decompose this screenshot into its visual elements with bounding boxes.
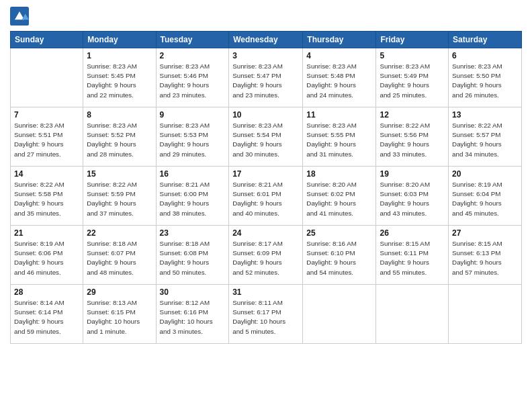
day-number: 21: [14, 228, 79, 238]
calendar-cell: 25Sunrise: 8:16 AM Sunset: 6:10 PM Dayli…: [303, 226, 376, 285]
calendar-cell: 11Sunrise: 8:23 AM Sunset: 5:55 PM Dayli…: [303, 107, 376, 167]
day-info: Sunrise: 8:23 AM Sunset: 5:46 PM Dayligh…: [160, 62, 226, 100]
day-info: Sunrise: 8:18 AM Sunset: 6:07 PM Dayligh…: [87, 239, 152, 277]
day-number: 20: [452, 169, 518, 179]
day-number: 2: [160, 51, 226, 60]
day-header-tuesday: Tuesday: [156, 32, 229, 48]
calendar-cell: 15Sunrise: 8:22 AM Sunset: 5:59 PM Dayli…: [83, 167, 156, 226]
day-number: 5: [380, 51, 445, 60]
day-info: Sunrise: 8:22 AM Sunset: 5:59 PM Dayligh…: [87, 180, 152, 218]
day-info: Sunrise: 8:23 AM Sunset: 5:52 PM Dayligh…: [87, 121, 152, 159]
logo: [10, 7, 32, 26]
day-number: 4: [306, 51, 372, 60]
calendar-cell: 31Sunrise: 8:11 AM Sunset: 6:17 PM Dayli…: [229, 285, 303, 344]
day-info: Sunrise: 8:23 AM Sunset: 5:55 PM Dayligh…: [306, 121, 372, 159]
day-number: 22: [87, 228, 152, 238]
calendar-week-4: 21Sunrise: 8:19 AM Sunset: 6:06 PM Dayli…: [11, 226, 522, 285]
day-number: 6: [452, 51, 518, 60]
day-info: Sunrise: 8:23 AM Sunset: 5:47 PM Dayligh…: [232, 62, 299, 100]
logo-icon: [10, 7, 29, 26]
day-number: 25: [306, 228, 372, 238]
day-header-saturday: Saturday: [449, 32, 522, 48]
day-info: Sunrise: 8:12 AM Sunset: 6:16 PM Dayligh…: [160, 298, 226, 336]
calendar-cell: 16Sunrise: 8:21 AM Sunset: 6:00 PM Dayli…: [156, 167, 229, 226]
page-header: [10, 7, 522, 26]
day-number: 14: [14, 169, 79, 179]
day-info: Sunrise: 8:20 AM Sunset: 6:02 PM Dayligh…: [306, 180, 372, 218]
calendar-cell: 12Sunrise: 8:22 AM Sunset: 5:56 PM Dayli…: [376, 107, 449, 167]
calendar-table: SundayMondayTuesdayWednesdayThursdayFrid…: [10, 31, 522, 344]
calendar-week-2: 7Sunrise: 8:23 AM Sunset: 5:51 PM Daylig…: [11, 107, 522, 167]
day-info: Sunrise: 8:22 AM Sunset: 5:56 PM Dayligh…: [380, 121, 445, 159]
calendar-week-5: 28Sunrise: 8:14 AM Sunset: 6:14 PM Dayli…: [11, 285, 522, 344]
day-number: 13: [452, 110, 518, 120]
calendar-cell: 17Sunrise: 8:21 AM Sunset: 6:01 PM Dayli…: [229, 167, 303, 226]
day-info: Sunrise: 8:19 AM Sunset: 6:06 PM Dayligh…: [14, 239, 79, 277]
day-number: 9: [160, 110, 226, 120]
calendar-cell: 4Sunrise: 8:23 AM Sunset: 5:48 PM Daylig…: [303, 48, 376, 107]
day-header-thursday: Thursday: [303, 32, 376, 48]
calendar-cell: 5Sunrise: 8:23 AM Sunset: 5:49 PM Daylig…: [376, 48, 449, 107]
calendar-cell: 20Sunrise: 8:19 AM Sunset: 6:04 PM Dayli…: [449, 167, 522, 226]
day-info: Sunrise: 8:15 AM Sunset: 6:11 PM Dayligh…: [380, 239, 445, 277]
calendar-cell: 29Sunrise: 8:13 AM Sunset: 6:15 PM Dayli…: [83, 285, 156, 344]
day-number: 10: [232, 110, 299, 120]
day-number: 7: [14, 110, 79, 120]
calendar-cell: 19Sunrise: 8:20 AM Sunset: 6:03 PM Dayli…: [376, 167, 449, 226]
calendar-cell: 13Sunrise: 8:22 AM Sunset: 5:57 PM Dayli…: [449, 107, 522, 167]
day-number: 30: [160, 287, 226, 297]
day-info: Sunrise: 8:23 AM Sunset: 5:54 PM Dayligh…: [232, 121, 299, 159]
day-info: Sunrise: 8:18 AM Sunset: 6:08 PM Dayligh…: [160, 239, 226, 277]
day-info: Sunrise: 8:14 AM Sunset: 6:14 PM Dayligh…: [14, 298, 79, 336]
calendar-cell: 18Sunrise: 8:20 AM Sunset: 6:02 PM Dayli…: [303, 167, 376, 226]
calendar-cell: 3Sunrise: 8:23 AM Sunset: 5:47 PM Daylig…: [229, 48, 303, 107]
calendar-header-row: SundayMondayTuesdayWednesdayThursdayFrid…: [11, 32, 522, 48]
day-info: Sunrise: 8:13 AM Sunset: 6:15 PM Dayligh…: [87, 298, 152, 336]
day-info: Sunrise: 8:23 AM Sunset: 5:48 PM Dayligh…: [306, 62, 372, 100]
day-number: 15: [87, 169, 152, 179]
day-header-monday: Monday: [83, 32, 156, 48]
day-number: 26: [380, 228, 445, 238]
calendar-cell: 2Sunrise: 8:23 AM Sunset: 5:46 PM Daylig…: [156, 48, 229, 107]
calendar-cell: 26Sunrise: 8:15 AM Sunset: 6:11 PM Dayli…: [376, 226, 449, 285]
calendar-cell: 7Sunrise: 8:23 AM Sunset: 5:51 PM Daylig…: [11, 107, 83, 167]
calendar-cell: [303, 285, 376, 344]
day-info: Sunrise: 8:16 AM Sunset: 6:10 PM Dayligh…: [306, 239, 372, 277]
day-info: Sunrise: 8:22 AM Sunset: 5:57 PM Dayligh…: [452, 121, 518, 159]
day-info: Sunrise: 8:11 AM Sunset: 6:17 PM Dayligh…: [232, 298, 299, 336]
calendar-cell: 1Sunrise: 8:23 AM Sunset: 5:45 PM Daylig…: [83, 48, 156, 107]
day-number: 31: [232, 287, 299, 297]
calendar-cell: [376, 285, 449, 344]
day-header-sunday: Sunday: [11, 32, 83, 48]
day-info: Sunrise: 8:23 AM Sunset: 5:50 PM Dayligh…: [452, 62, 518, 100]
day-number: 27: [452, 228, 518, 238]
day-info: Sunrise: 8:23 AM Sunset: 5:49 PM Dayligh…: [380, 62, 445, 100]
day-info: Sunrise: 8:21 AM Sunset: 6:00 PM Dayligh…: [160, 180, 226, 218]
calendar-cell: 9Sunrise: 8:23 AM Sunset: 5:53 PM Daylig…: [156, 107, 229, 167]
day-number: 23: [160, 228, 226, 238]
calendar-cell: 8Sunrise: 8:23 AM Sunset: 5:52 PM Daylig…: [83, 107, 156, 167]
day-number: 18: [306, 169, 372, 179]
day-number: 8: [87, 110, 152, 120]
day-number: 24: [232, 228, 299, 238]
day-info: Sunrise: 8:21 AM Sunset: 6:01 PM Dayligh…: [232, 180, 299, 218]
day-number: 16: [160, 169, 226, 179]
day-info: Sunrise: 8:15 AM Sunset: 6:13 PM Dayligh…: [452, 239, 518, 277]
day-info: Sunrise: 8:23 AM Sunset: 5:51 PM Dayligh…: [14, 121, 79, 159]
day-number: 19: [380, 169, 445, 179]
day-info: Sunrise: 8:19 AM Sunset: 6:04 PM Dayligh…: [452, 180, 518, 218]
day-number: 28: [14, 287, 79, 297]
day-info: Sunrise: 8:17 AM Sunset: 6:09 PM Dayligh…: [232, 239, 299, 277]
day-number: 29: [87, 287, 152, 297]
day-number: 17: [232, 169, 299, 179]
calendar-week-3: 14Sunrise: 8:22 AM Sunset: 5:58 PM Dayli…: [11, 167, 522, 226]
day-header-friday: Friday: [376, 32, 449, 48]
day-header-wednesday: Wednesday: [229, 32, 303, 48]
day-info: Sunrise: 8:23 AM Sunset: 5:53 PM Dayligh…: [160, 121, 226, 159]
calendar-cell: 21Sunrise: 8:19 AM Sunset: 6:06 PM Dayli…: [11, 226, 83, 285]
calendar-cell: 22Sunrise: 8:18 AM Sunset: 6:07 PM Dayli…: [83, 226, 156, 285]
calendar-cell: 14Sunrise: 8:22 AM Sunset: 5:58 PM Dayli…: [11, 167, 83, 226]
calendar-cell: 6Sunrise: 8:23 AM Sunset: 5:50 PM Daylig…: [449, 48, 522, 107]
day-number: 1: [87, 51, 152, 60]
calendar-cell: [11, 48, 83, 107]
